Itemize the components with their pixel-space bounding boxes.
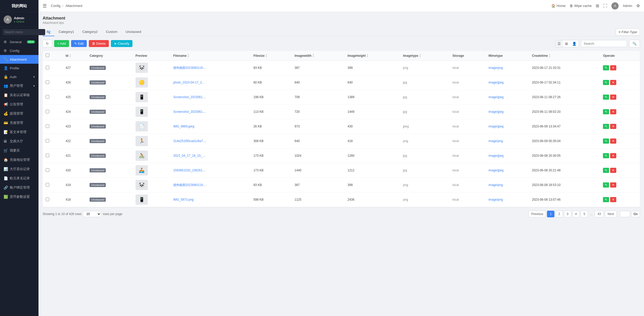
sidebar-item-withdraw-mgmt[interactable]: 💰 提现管理 <box>0 109 39 118</box>
sidebar-item-coin-params[interactable]: 💹 货币参数设置 <box>0 192 39 201</box>
filename-link[interactable]: 1593851532_106261.... <box>173 169 206 172</box>
filename-link[interactable]: IMG_9869.jpeg <box>173 125 194 128</box>
edit-row-button[interactable]: ✎ <box>603 168 609 173</box>
edit-row-button[interactable]: ✎ <box>603 80 609 85</box>
mimetype-link[interactable]: image/jpeg <box>488 154 504 157</box>
filename-link[interactable]: photo_2023-04-17_2... <box>173 81 204 84</box>
sidebar-item-recharge-mgmt[interactable]: 💳 充值管理 <box>0 118 39 127</box>
filename-link[interactable]: 2023_04_17_16_15_.... <box>173 154 206 157</box>
edit-row-button[interactable]: ✎ <box>603 124 609 129</box>
mimetype-link[interactable]: image/png <box>488 139 503 143</box>
page-btn-43[interactable]: 43 <box>595 211 604 217</box>
delete-row-button[interactable]: ✕ <box>610 65 616 70</box>
edit-row-button[interactable]: ✎ <box>603 153 609 158</box>
row-checkbox[interactable] <box>46 168 49 172</box>
row-checkbox[interactable] <box>46 198 49 201</box>
search-button[interactable]: 🔍 <box>629 40 640 47</box>
page-go-button[interactable]: Go <box>631 211 640 217</box>
page-go-input[interactable] <box>620 211 630 217</box>
sidebar-item-profile[interactable]: 👤 Profile <box>0 64 39 72</box>
edit-row-button[interactable]: ✎ <box>603 65 609 70</box>
wipe-cache-link[interactable]: 🗑 Wipe cache <box>570 4 592 8</box>
sidebar-item-recharge-addr[interactable]: 🏠 充值地址管理 <box>0 155 39 164</box>
filename-link[interactable]: Screenshot_2023061.... <box>173 95 206 99</box>
sidebar-item-i-want-buy[interactable]: 🛒 我要买 <box>0 146 39 155</box>
sidebar-item-hall-records[interactable]: 📊 大厅卖出记录 <box>0 164 39 174</box>
page-btn-2[interactable]: 2 <box>555 211 563 217</box>
th-imagetype[interactable]: Imagetype ▲▼ <box>400 51 449 61</box>
hamburger-icon[interactable]: ☰ <box>43 3 47 9</box>
rows-per-page-select[interactable]: 10 20 50 100 <box>83 211 101 217</box>
tab-all[interactable]: All <box>43 28 54 36</box>
mimetype-link[interactable]: image/jpeg <box>488 110 504 114</box>
edit-row-button[interactable]: ✎ <box>603 109 609 114</box>
classify-button[interactable]: ➤ Classify <box>111 40 132 47</box>
tab-category1[interactable]: Category1 <box>54 28 78 36</box>
filename-link[interactable]: 搜狗截图2023060119.... <box>173 66 206 70</box>
add-button[interactable]: + Add <box>54 40 69 47</box>
sidebar-item-attachment[interactable]: 📎 Attachment <box>0 55 39 64</box>
filename-link[interactable]: 314e251f95cad1c8a7.... <box>173 139 206 143</box>
mimetype-link[interactable]: image/jpeg <box>488 169 504 172</box>
delete-row-button[interactable]: ✕ <box>610 124 616 129</box>
delete-row-button[interactable]: ✕ <box>610 168 616 173</box>
sidebar-item-user-mgmt[interactable]: 👥 用户管理 ▾ <box>0 81 39 90</box>
row-checkbox[interactable] <box>46 95 49 99</box>
row-checkbox[interactable] <box>46 183 49 187</box>
mimetype-link[interactable]: image/jpeg <box>488 81 504 84</box>
th-filename[interactable]: Filename ▲▼ <box>170 51 250 61</box>
row-checkbox[interactable] <box>46 139 49 143</box>
page-btn-1[interactable]: 1 <box>547 211 554 217</box>
sidebar-item-account-bind[interactable]: 🔗 账户绑定管理 <box>0 183 39 192</box>
delete-button[interactable]: 🗑 Delete <box>89 40 109 47</box>
mimetype-link[interactable]: image/png <box>488 66 503 70</box>
home-link[interactable]: 🏠 Home <box>551 4 566 8</box>
edit-row-button[interactable]: ✎ <box>603 95 609 100</box>
edit-button[interactable]: ✎ Edit <box>71 40 87 47</box>
sidebar-item-general[interactable]: ⚙ General NEW <box>0 38 39 46</box>
tab-unclassed[interactable]: Unclassed <box>121 28 145 36</box>
search-input[interactable] <box>581 40 627 47</box>
select-all-checkbox[interactable] <box>46 53 49 57</box>
row-checkbox[interactable] <box>46 124 49 128</box>
grid-icon[interactable]: ⊞ <box>596 3 599 8</box>
delete-row-button[interactable]: ✕ <box>610 95 616 100</box>
row-checkbox[interactable] <box>46 154 49 157</box>
tab-custom[interactable]: Custom <box>102 28 121 36</box>
list-view-btn[interactable]: ☰ <box>555 40 563 47</box>
th-filesize[interactable]: Filesize ▲▼ <box>250 51 291 61</box>
th-imagewidth[interactable]: Imagewidth ▲▼ <box>292 51 344 61</box>
tab-category2[interactable]: Category2 <box>78 28 102 36</box>
mimetype-link[interactable]: image/png <box>488 198 503 201</box>
row-checkbox[interactable] <box>46 110 49 113</box>
mimetype-link[interactable]: image/jpeg <box>488 95 504 99</box>
sidebar-item-richtext-mgmt[interactable]: 📝 富文本管理 <box>0 127 39 137</box>
sidebar-item-trading-hall[interactable]: 🏛 交易大厅 <box>0 137 39 146</box>
th-createtime[interactable]: Createtime ▲▼ <box>529 51 600 61</box>
edit-row-button[interactable]: ✎ <box>603 197 609 202</box>
filename-link[interactable]: IMG_0873.png <box>173 198 194 201</box>
filename-link[interactable]: Screenshot_2023061.... <box>173 110 206 114</box>
row-checkbox[interactable] <box>46 66 49 69</box>
delete-row-button[interactable]: ✕ <box>610 80 616 85</box>
user-view-btn[interactable]: 👤 <box>570 40 579 47</box>
sidebar-item-real-auth[interactable]: 📋 实名认证审核 <box>0 90 39 100</box>
sidebar-item-order-records[interactable]: 📄 欧元承兑记录 <box>0 174 39 183</box>
th-id[interactable]: Id ▲▼ <box>63 51 86 61</box>
th-imageheight[interactable]: Imageheight ▲▼ <box>344 51 400 61</box>
next-page-button[interactable]: Next <box>605 211 617 217</box>
sidebar-item-auth[interactable]: 🔒 Auth ▾ <box>0 72 39 81</box>
row-checkbox[interactable] <box>46 80 49 84</box>
page-btn-5[interactable]: 5 <box>581 211 588 217</box>
prev-page-button[interactable]: Previous <box>528 211 546 217</box>
page-btn-4[interactable]: 4 <box>572 211 580 217</box>
expand-icon[interactable]: ⛶ <box>603 4 607 8</box>
filename-link[interactable]: 搜狗截图2023060119.... <box>173 183 206 187</box>
delete-row-button[interactable]: ✕ <box>610 153 616 158</box>
topbar-settings-icon[interactable]: ⚙ <box>636 3 640 8</box>
delete-row-button[interactable]: ✕ <box>610 197 616 202</box>
refresh-button[interactable]: ↻ <box>43 40 52 47</box>
mimetype-link[interactable]: image/jpeg <box>488 125 504 128</box>
mimetype-link[interactable]: image/png <box>488 183 503 187</box>
page-btn-3[interactable]: 3 <box>564 211 571 217</box>
